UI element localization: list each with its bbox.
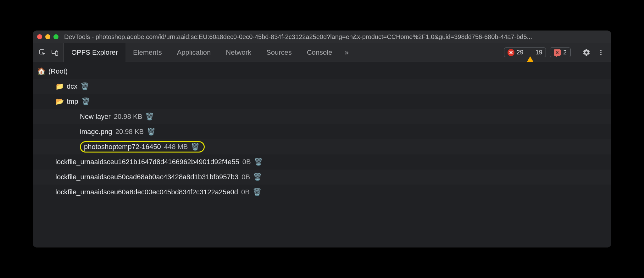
folder-dcx[interactable]: 📁 dcx 🗑️ <box>33 79 611 94</box>
tab-label: Sources <box>266 48 292 57</box>
file-size: 20.98 KB <box>114 113 142 121</box>
tab-label: Console <box>307 48 332 57</box>
file-name: image.png <box>80 128 112 136</box>
file-size: 20.98 KB <box>115 128 144 136</box>
delete-icon[interactable]: 🗑️ <box>254 158 263 166</box>
file-name: lockfile_urnaaidsceu60a8dec00ec045bd834f… <box>55 188 238 196</box>
tab-sources[interactable]: Sources <box>259 43 299 62</box>
delete-icon[interactable]: 🗑️ <box>253 173 262 181</box>
delete-icon[interactable]: 🗑️ <box>81 97 90 106</box>
settings-icon[interactable] <box>581 47 592 58</box>
kebab-menu-icon[interactable] <box>596 47 606 58</box>
tab-label: Application <box>177 48 211 57</box>
file-size: 448 MB <box>164 143 188 151</box>
warnings-segment: ! 19 <box>527 49 542 56</box>
root-label: (Root) <box>48 67 68 75</box>
tree-root[interactable]: 🏠 (Root) <box>33 64 611 79</box>
devtools-toolbar: OPFS Explorer Elements Application Netwo… <box>33 43 611 62</box>
toolbar-right-group: 29 ! 19 ✕ 2 <box>504 47 608 58</box>
message-count: 2 <box>563 49 567 56</box>
devtools-window: DevTools - photoshop.adobe.com/id/urn:aa… <box>33 31 611 247</box>
element-selector-icon[interactable] <box>37 47 48 58</box>
opfs-tree: 🏠 (Root) 📁 dcx 🗑️ 📂 tmp 🗑️ New layer 20.… <box>33 62 611 247</box>
tab-opfs-explorer[interactable]: OPFS Explorer <box>64 43 125 62</box>
folder-tmp[interactable]: 📂 tmp 🗑️ <box>33 94 611 109</box>
file-size: 0B <box>242 173 250 181</box>
svg-rect-2 <box>55 51 58 55</box>
svg-point-5 <box>600 54 602 55</box>
zoom-window-button[interactable] <box>53 34 58 39</box>
error-icon <box>508 49 514 56</box>
tab-label: Network <box>226 48 251 57</box>
warning-icon: ! <box>527 49 534 55</box>
file-size: 0B <box>242 158 251 166</box>
tab-application[interactable]: Application <box>169 43 219 62</box>
file-image-png[interactable]: image.png 20.98 KB 🗑️ <box>33 124 611 139</box>
tab-console[interactable]: Console <box>299 43 340 62</box>
folder-icon: 📁 <box>55 82 64 91</box>
file-new-layer[interactable]: New layer 20.98 KB 🗑️ <box>33 109 611 124</box>
more-tabs-button[interactable]: » <box>340 43 353 62</box>
tab-elements[interactable]: Elements <box>125 43 169 62</box>
file-name: lockfile_urnaaidsceu1621b1647d8d4166962b… <box>55 158 239 166</box>
folder-name: dcx <box>67 82 77 91</box>
file-lockfile-1[interactable]: lockfile_urnaaidsceu1621b1647d8d4166962b… <box>33 154 611 170</box>
svg-point-4 <box>600 52 602 53</box>
file-size: 0B <box>241 188 250 196</box>
tab-label: Elements <box>133 48 162 57</box>
warning-count: 19 <box>536 49 542 56</box>
device-toggle-icon[interactable] <box>50 47 60 58</box>
file-lockfile-3[interactable]: lockfile_urnaaidsceu60a8dec00ec045bd834f… <box>33 185 611 200</box>
issues-counter[interactable]: 29 ! 19 <box>504 47 546 57</box>
delete-icon[interactable]: 🗑️ <box>191 143 199 151</box>
delete-icon[interactable]: 🗑️ <box>80 82 89 91</box>
house-icon: 🏠 <box>37 67 46 75</box>
tab-network[interactable]: Network <box>218 43 259 62</box>
separator <box>576 47 576 58</box>
error-count: 29 <box>516 49 523 56</box>
toolbar-left-group <box>36 43 64 62</box>
errors-segment: 29 <box>508 49 523 56</box>
panel-tabs: OPFS Explorer Elements Application Netwo… <box>64 43 353 62</box>
message-error-icon: ✕ <box>554 49 561 56</box>
folder-open-icon: 📂 <box>55 97 64 106</box>
folder-name: tmp <box>67 97 78 106</box>
console-issues-button[interactable]: ✕ 2 <box>550 47 571 57</box>
file-lockfile-2[interactable]: lockfile_urnaaidsceu50cad68ab0ac43428a8d… <box>33 170 611 185</box>
traffic-lights <box>37 34 58 39</box>
delete-icon[interactable]: 🗑️ <box>147 128 155 136</box>
minimize-window-button[interactable] <box>45 34 50 39</box>
close-window-button[interactable] <box>37 34 42 39</box>
file-name: lockfile_urnaaidsceu50cad68ab0ac43428a8d… <box>55 173 238 181</box>
file-name: photoshoptemp72-16450 <box>84 143 161 151</box>
titlebar: DevTools - photoshop.adobe.com/id/urn:aa… <box>33 31 611 43</box>
tab-label: OPFS Explorer <box>71 48 118 57</box>
delete-icon[interactable]: 🗑️ <box>145 113 154 121</box>
file-name: New layer <box>80 113 111 121</box>
delete-icon[interactable]: 🗑️ <box>253 188 261 196</box>
svg-point-3 <box>600 50 602 51</box>
empty-space <box>33 200 611 237</box>
window-title: DevTools - photoshop.adobe.com/id/urn:aa… <box>64 33 607 41</box>
highlighted-file: photoshoptemp72-16450 448 MB 🗑️ <box>80 141 205 153</box>
file-photoshoptemp[interactable]: photoshoptemp72-16450 448 MB 🗑️ <box>33 139 611 154</box>
